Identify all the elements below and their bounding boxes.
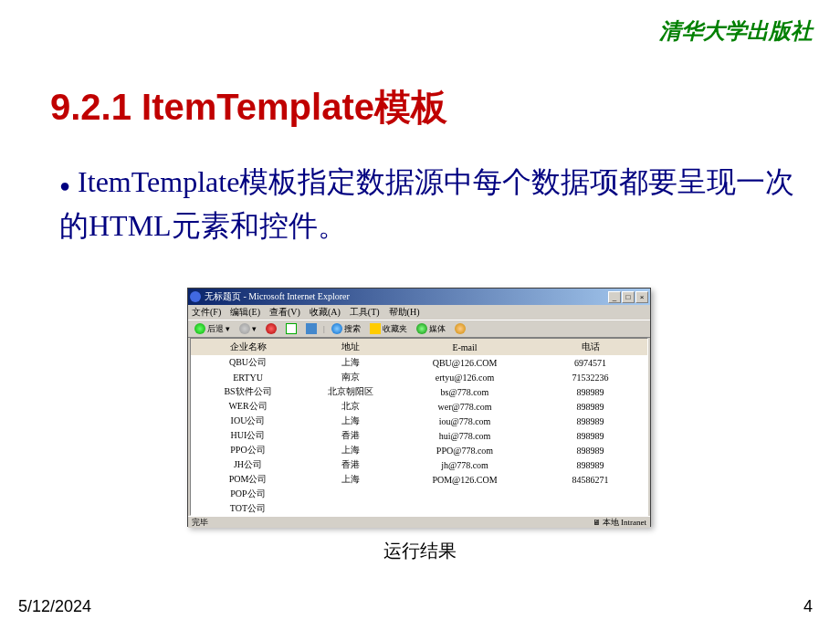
history-button[interactable] [452, 322, 468, 335]
table-row: ERTYU南京ertyu@126.com71532236 [191, 370, 647, 384]
back-button[interactable]: 后退 ▾ [192, 322, 233, 336]
toolbar-sep: | [323, 324, 325, 333]
table-row: POP公司 [191, 487, 647, 501]
table-cell: HUI公司 [191, 428, 305, 443]
slide-heading: 9.2.1 ItemTemplate模板 [50, 82, 447, 132]
search-label: 搜索 [344, 323, 361, 335]
table-cell: 上海 [305, 443, 396, 457]
table-cell: iou@778.com [396, 414, 533, 428]
table-cell: 898989 [533, 457, 647, 472]
media-label: 媒体 [429, 323, 446, 335]
table-body: QBU公司上海QBU@126.COM6974571ERTYU南京ertyu@12… [191, 355, 647, 516]
menu-file[interactable]: 文件(F) [192, 306, 221, 319]
table-cell: 898989 [533, 443, 647, 457]
maximize-button[interactable]: □ [622, 291, 635, 303]
footer-page-number: 4 [803, 597, 813, 616]
table-row: QBU公司上海QBU@126.COM6974571 [191, 355, 647, 370]
search-icon [331, 323, 342, 334]
stop-button[interactable] [263, 322, 279, 335]
table-cell [396, 501, 533, 516]
table-cell [396, 487, 533, 501]
table-cell [533, 487, 647, 501]
menu-help[interactable]: 帮助(H) [389, 306, 420, 319]
fav-button[interactable]: 收藏夹 [367, 322, 410, 336]
table-header-cell: 电话 [533, 339, 647, 355]
body-paragraph: ●ItemTemplate模板指定数据源中每个数据项都要呈现一次的HTML元素和… [59, 160, 799, 247]
window-title: 无标题页 - Microsoft Internet Explorer [205, 290, 350, 303]
home-button[interactable] [303, 322, 320, 335]
close-button[interactable]: × [635, 291, 648, 303]
window-buttons: _ □ × [608, 291, 648, 303]
back-label: 后退 [207, 323, 224, 335]
table-row: PPO公司上海PPO@778.com898989 [191, 443, 647, 457]
table-cell: WER公司 [191, 399, 305, 414]
status-bar: 完毕 🖥 本地 Intranet [188, 516, 650, 528]
table-cell: 6974571 [533, 355, 647, 370]
table-cell: 北京朝阳区 [305, 384, 396, 399]
table-row: TOT公司 [191, 501, 647, 516]
table-cell: ertyu@126.com [396, 370, 533, 384]
media-icon [416, 323, 427, 334]
menu-view[interactable]: 查看(V) [269, 306, 300, 319]
table-cell: QBU公司 [191, 355, 305, 370]
star-icon [370, 323, 381, 334]
menu-fav[interactable]: 收藏(A) [310, 306, 341, 319]
titlebar-left: 无标题页 - Microsoft Internet Explorer [190, 290, 350, 303]
table-header-cell: 企业名称 [191, 339, 305, 355]
table-cell: 南京 [305, 370, 396, 384]
menu-edit[interactable]: 编辑(E) [230, 306, 260, 319]
table-cell: BS软件公司 [191, 384, 305, 399]
table-row: POM公司上海POM@126.COM84586271 [191, 472, 647, 487]
table-cell: hui@778.com [396, 428, 533, 443]
table-cell: POM@126.COM [396, 472, 533, 487]
fav-label: 收藏夹 [383, 323, 407, 335]
ie-icon [190, 291, 201, 302]
table-cell: 898989 [533, 414, 647, 428]
search-button[interactable]: 搜索 [329, 322, 363, 336]
body-text-content: ItemTemplate模板指定数据源中每个数据项都要呈现一次的HTML元素和控… [59, 165, 794, 242]
status-right: 🖥 本地 Intranet [593, 517, 646, 529]
table-cell: 上海 [305, 355, 396, 370]
table-cell: PPO公司 [191, 443, 305, 457]
minimize-button[interactable]: _ [608, 291, 621, 303]
table-cell [305, 487, 396, 501]
table-row: BS软件公司北京朝阳区bs@778.com898989 [191, 384, 647, 399]
table-cell: 上海 [305, 472, 396, 487]
table-cell: 上海 [305, 414, 396, 428]
table-row: HUI公司香港hui@778.com898989 [191, 428, 647, 443]
table-cell: 84586271 [533, 472, 647, 487]
data-table: 企业名称地址E-mail电话 QBU公司上海QBU@126.COM6974571… [191, 339, 647, 516]
table-cell: IOU公司 [191, 414, 305, 428]
table-header-row: 企业名称地址E-mail电话 [191, 339, 647, 355]
table-cell: TOT公司 [191, 501, 305, 516]
table-row: WER公司北京wer@778.com898989 [191, 399, 647, 414]
table-header-cell: E-mail [396, 339, 533, 355]
home-icon [306, 323, 317, 334]
forward-button[interactable]: ▾ [236, 322, 259, 335]
table-row: IOU公司上海iou@778.com898989 [191, 414, 647, 428]
table-cell: wer@778.com [396, 399, 533, 414]
browser-content: 企业名称地址E-mail电话 QBU公司上海QBU@126.COM6974571… [190, 338, 648, 516]
table-cell: 香港 [305, 457, 396, 472]
table-cell: POM公司 [191, 472, 305, 487]
table-cell: jh@778.com [396, 457, 533, 472]
refresh-icon [286, 323, 297, 334]
table-cell: 71532236 [533, 370, 647, 384]
table-cell [533, 501, 647, 516]
bullet-icon: ● [59, 175, 70, 195]
status-left: 完毕 [192, 517, 208, 529]
back-icon [194, 323, 205, 334]
table-cell: 898989 [533, 399, 647, 414]
toolbar: 后退 ▾ ▾ | 搜索 收藏夹 媒体 [188, 320, 650, 338]
table-header-cell: 地址 [305, 339, 396, 355]
footer-date: 5/12/2024 [18, 597, 91, 616]
window-titlebar: 无标题页 - Microsoft Internet Explorer _ □ × [188, 289, 650, 305]
table-cell: bs@778.com [396, 384, 533, 399]
refresh-button[interactable] [283, 322, 299, 335]
menu-tools[interactable]: 工具(T) [350, 306, 380, 319]
media-button[interactable]: 媒体 [414, 322, 448, 336]
table-cell [305, 501, 396, 516]
table-row: JH公司香港jh@778.com898989 [191, 457, 647, 472]
table-cell: 香港 [305, 428, 396, 443]
browser-screenshot: 无标题页 - Microsoft Internet Explorer _ □ ×… [187, 288, 651, 527]
